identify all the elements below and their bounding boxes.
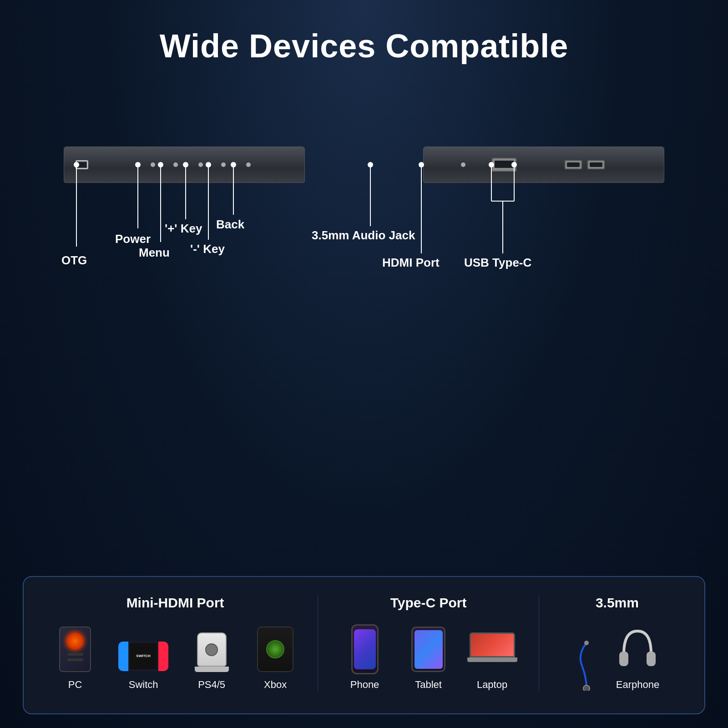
hdmi-port-label: HDMI Port <box>382 256 440 270</box>
switch-screen: SWITCH <box>130 643 157 669</box>
usb-type-c-label: USB Type-C <box>464 256 531 270</box>
device-item-switch: SWITCH Switch <box>116 638 171 691</box>
power-label: Power <box>115 232 151 246</box>
device-item-pc: PC <box>52 624 98 691</box>
ps5-body <box>197 632 227 667</box>
typec-devices: Phone Tablet <box>342 624 515 691</box>
laptop-base <box>467 657 517 662</box>
pc-label: PC <box>68 679 82 691</box>
xbox-icon <box>253 624 298 674</box>
hdmi-port-shape <box>492 158 516 172</box>
laptop-label: Laptop <box>477 679 507 691</box>
page-title: Wide Devices Compatible <box>160 27 569 65</box>
35mm-compat-title: 3.5mm <box>596 595 639 611</box>
switch-right-joycon <box>158 642 168 671</box>
tablet-icon <box>406 624 451 674</box>
tablet-screen <box>415 630 443 669</box>
compat-wrapper: Mini-HDMI Port PC <box>23 576 705 714</box>
switch-left-joycon <box>118 642 128 671</box>
svg-rect-24 <box>619 652 628 666</box>
laptop-screen <box>470 632 515 657</box>
device-item-phone: Phone <box>342 624 388 691</box>
device-item-xbox: Xbox <box>253 624 298 691</box>
compat-column-hdmi: Mini-HDMI Port PC <box>46 595 318 691</box>
page-wrapper: Wide Devices Compatible <box>0 0 728 728</box>
usb-c-port-1 <box>565 160 582 169</box>
switch-label: Switch <box>129 679 158 691</box>
tablet-label: Tablet <box>415 679 442 691</box>
tablet-graphic <box>411 627 445 672</box>
plus-key-dot <box>198 162 203 167</box>
xbox-label: Xbox <box>264 679 287 691</box>
headphone-svg <box>617 624 658 674</box>
headphone-icon <box>617 624 658 674</box>
phone-graphic <box>351 624 379 674</box>
laptop-graphic <box>467 632 517 667</box>
xbox-graphic <box>257 627 293 672</box>
plus-key-label: '+' Key <box>165 222 202 236</box>
connector-lines-svg <box>46 101 682 338</box>
device-item-earphone-cable <box>575 641 598 691</box>
svg-point-13 <box>368 162 373 167</box>
pc-tower-graphic <box>59 627 91 672</box>
device-item-ps45: PS4/5 <box>189 624 234 691</box>
svg-rect-25 <box>647 652 656 666</box>
menu-label: Menu <box>139 246 170 260</box>
ps45-icon <box>189 624 234 674</box>
pc-slot-2 <box>67 658 83 661</box>
svg-point-22 <box>583 685 590 691</box>
device-item-headphone: Earphone <box>616 624 659 691</box>
typec-compat-title: Type-C Port <box>390 595 467 611</box>
earphone-cable-svg <box>575 641 598 691</box>
pc-slot-1 <box>67 653 83 656</box>
hdmi-compat-title: Mini-HDMI Port <box>126 595 224 611</box>
device-bar-right <box>423 147 664 183</box>
back-label: Back <box>216 217 244 232</box>
menu-dot <box>173 162 178 167</box>
back-dot <box>246 162 251 167</box>
phone-icon <box>342 624 388 674</box>
laptop-icon <box>470 624 515 674</box>
device-bar-left <box>64 147 305 183</box>
minus-key-dot <box>221 162 226 167</box>
usb-c-port-2 <box>587 160 605 169</box>
ps5-disc <box>205 643 218 656</box>
compat-container: Mini-HDMI Port PC <box>23 576 705 714</box>
earphone-label: Earphone <box>616 679 659 691</box>
audio-jack-label: 3.5mm Audio Jack <box>312 228 415 243</box>
compat-column-35mm: 3.5mm <box>539 595 682 691</box>
switch-icon: SWITCH <box>116 638 171 674</box>
35mm-devices: Earphone <box>575 624 659 691</box>
xbox-logo <box>266 640 284 658</box>
svg-point-23 <box>584 641 589 645</box>
hdmi-devices: PC SWITCH Sw <box>52 624 298 691</box>
audio-jack-dot <box>461 162 465 167</box>
pc-icon <box>52 624 98 674</box>
device-item-laptop: Laptop <box>470 624 515 691</box>
switch-graphic: SWITCH <box>118 642 168 671</box>
minus-key-label: '-' Key <box>190 242 225 256</box>
ps5-base <box>195 667 229 672</box>
ps45-label: PS4/5 <box>198 679 225 691</box>
device-item-tablet: Tablet <box>406 624 451 691</box>
otg-label: OTG <box>61 253 87 268</box>
diagram-section: OTG Power Menu '+' Key '-' Key Back 3.5m… <box>46 101 682 338</box>
earphone-cable-icon <box>575 641 598 691</box>
phone-screen <box>354 629 376 669</box>
phone-label: Phone <box>350 679 379 691</box>
compat-column-typec: Type-C Port Phone <box>318 595 539 691</box>
power-dot <box>151 162 155 167</box>
otg-port-shape <box>76 160 88 169</box>
ps5-graphic <box>193 627 230 672</box>
